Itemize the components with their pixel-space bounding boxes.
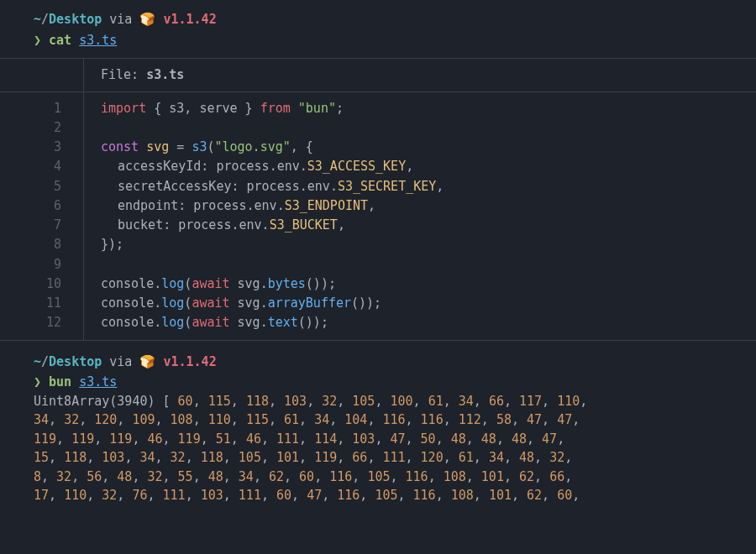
code-line bbox=[101, 118, 444, 138]
file-name: s3.ts bbox=[146, 67, 184, 82]
code-line bbox=[101, 255, 444, 274]
bun-icon: 🍞 bbox=[139, 12, 155, 27]
code-line: const svg = s3("logo.svg", { bbox=[101, 138, 444, 157]
prompt-via: via bbox=[102, 354, 139, 369]
code-body: 1 2 3 4 5 6 7 8 9 10 11 12 import { s3, … bbox=[0, 92, 756, 340]
line-number: 9 bbox=[0, 255, 61, 274]
code-lines: import { s3, serve } from "bun"; const s… bbox=[84, 92, 444, 340]
command-line-2[interactable]: ❯ bun s3.ts bbox=[34, 373, 756, 392]
output-line: Uint8Array(3940) [ 60, 115, 118, 103, 32… bbox=[34, 392, 756, 411]
prompt-tilde: ~ bbox=[34, 354, 41, 369]
line-number: 8 bbox=[0, 235, 61, 254]
output-line: 17, 110, 32, 76, 111, 103, 111, 60, 47, … bbox=[34, 486, 756, 505]
code-line: bucket: process.env.S3_BUCKET, bbox=[101, 216, 444, 235]
file-header: File: s3.ts bbox=[0, 59, 756, 92]
output-line: 34, 32, 120, 109, 108, 110, 115, 61, 34,… bbox=[34, 410, 756, 430]
prompt-caret: ❯ bbox=[34, 33, 41, 48]
bun-version: v1.1.42 bbox=[163, 12, 216, 27]
code-line: endpoint: process.env.S3_ENDPOINT, bbox=[101, 196, 444, 216]
file-preview-block: File: s3.ts 1 2 3 4 5 6 7 8 9 10 11 12 i… bbox=[0, 58, 756, 341]
prompt-slash: / bbox=[41, 354, 49, 369]
code-line: console.log(await svg.bytes()); bbox=[101, 274, 444, 294]
prompt-tilde: ~ bbox=[34, 12, 41, 27]
line-number: 12 bbox=[0, 313, 61, 332]
line-number: 10 bbox=[0, 274, 61, 294]
command-arg: s3.ts bbox=[79, 33, 117, 48]
line-number: 1 bbox=[0, 99, 61, 118]
line-number-gutter: 1 2 3 4 5 6 7 8 9 10 11 12 bbox=[0, 92, 84, 340]
line-number: 2 bbox=[0, 118, 61, 138]
uint8array-output: Uint8Array(3940) [ 60, 115, 118, 103, 32… bbox=[34, 392, 756, 505]
prompt-line-1: ~/Desktop via 🍞 v1.1.42 bbox=[34, 10, 756, 29]
bun-icon: 🍞 bbox=[139, 354, 155, 369]
prompt-caret: ❯ bbox=[34, 374, 41, 389]
gutter-header bbox=[0, 59, 84, 91]
code-line: accessKeyId: process.env.S3_ACCESS_KEY, bbox=[101, 157, 444, 176]
prompt-slash: / bbox=[41, 12, 49, 27]
code-line: console.log(await svg.text()); bbox=[101, 313, 444, 332]
bun-version: v1.1.42 bbox=[163, 354, 216, 369]
command-cat: cat bbox=[49, 33, 71, 48]
file-label: File: bbox=[101, 67, 146, 82]
output-line: 8, 32, 56, 48, 32, 55, 48, 34, 62, 60, 1… bbox=[34, 468, 756, 487]
line-number: 3 bbox=[0, 138, 61, 157]
output-line: 15, 118, 103, 34, 32, 118, 105, 101, 119… bbox=[34, 448, 756, 468]
output-line: 119, 119, 119, 46, 119, 51, 46, 111, 114… bbox=[34, 430, 756, 449]
code-line: }); bbox=[101, 235, 444, 254]
line-number: 11 bbox=[0, 294, 61, 313]
prompt-line-2: ~/Desktop via 🍞 v1.1.42 bbox=[34, 353, 756, 372]
prompt-via: via bbox=[102, 12, 139, 27]
command-arg: s3.ts bbox=[79, 374, 117, 389]
code-line: console.log(await svg.arrayBuffer()); bbox=[101, 294, 444, 313]
command-line-1[interactable]: ❯ cat s3.ts bbox=[34, 31, 756, 50]
prompt-path: Desktop bbox=[49, 354, 102, 369]
prompt-path: Desktop bbox=[49, 12, 102, 27]
line-number: 6 bbox=[0, 196, 61, 216]
line-number: 7 bbox=[0, 216, 61, 235]
code-line: secretAccessKey: process.env.S3_SECRET_K… bbox=[101, 177, 444, 196]
line-number: 4 bbox=[0, 157, 61, 176]
line-number: 5 bbox=[0, 177, 61, 196]
code-line: import { s3, serve } from "bun"; bbox=[101, 99, 444, 118]
command-bun: bun bbox=[49, 374, 71, 389]
